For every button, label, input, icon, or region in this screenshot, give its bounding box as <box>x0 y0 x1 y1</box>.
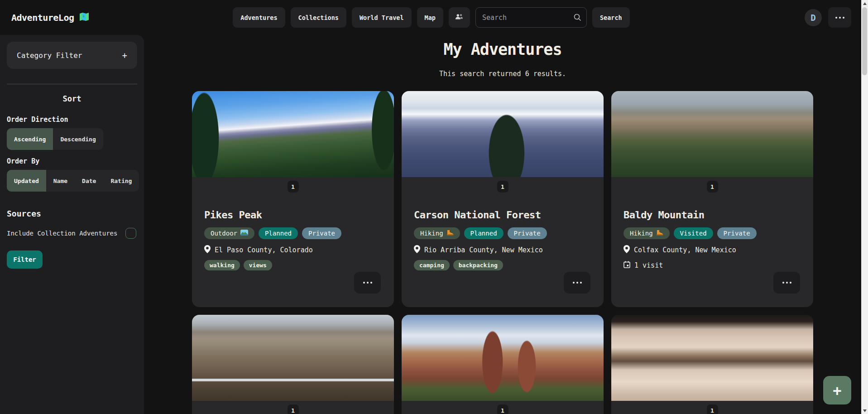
scroll-up-arrow-icon[interactable] <box>861 0 868 7</box>
adventure-image <box>402 91 604 177</box>
tag-badge: backpacking <box>453 260 503 270</box>
nav-link-world-travel[interactable]: World Travel <box>352 7 412 28</box>
include-collection-row: Include Collection Adventures <box>7 228 137 239</box>
adventure-card: 1 <box>192 315 394 414</box>
status-badge: Planned <box>259 227 298 239</box>
navbar-more-button[interactable] <box>828 7 851 28</box>
visibility-badge: Private <box>302 227 341 239</box>
results-count-text: This search returned 6 results. <box>144 70 861 78</box>
category-filter-toggle[interactable]: Category Filter + <box>7 42 137 69</box>
card-more-button[interactable] <box>564 272 590 294</box>
status-badge: Visited <box>674 227 713 239</box>
location-pin-icon <box>204 245 211 255</box>
adventure-image <box>192 315 394 401</box>
adventure-title[interactable]: Baldy Mountain <box>623 209 801 221</box>
hiking-boot-icon <box>446 230 454 237</box>
sidebar-divider <box>7 84 137 84</box>
badge-row: Hiking Visited Private <box>623 227 801 239</box>
adventure-card: 1 Carson National Forest Hiking Planned … <box>402 91 604 307</box>
order-by-rating[interactable]: Rating <box>103 170 139 192</box>
card-body: Carson National Forest Hiking Planned Pr… <box>402 193 604 270</box>
nav-links: AdventuresCollectionsWorld TravelMap Se <box>233 7 629 28</box>
order-direction-label: Order Direction <box>7 116 137 124</box>
adventure-grid: 1 Pikes Peak Outdoor Planne <box>192 91 813 414</box>
badge-row: Hiking Planned Private <box>414 227 591 239</box>
location-text: El Paso County, Colorado <box>215 246 313 254</box>
search-input[interactable] <box>475 7 587 28</box>
location-row: Colfax County, New Mexico <box>623 245 801 255</box>
order-direction-ascending[interactable]: Ascending <box>7 128 53 150</box>
search-box <box>475 7 587 28</box>
tag-badge: camping <box>414 260 450 270</box>
visit-count-badge: 1 <box>288 181 299 193</box>
location-pin-icon <box>623 245 630 255</box>
visits-text: 1 visit <box>634 261 663 270</box>
expand-plus-icon: + <box>122 50 127 60</box>
visit-count-badge: 1 <box>288 404 299 414</box>
map-logo-icon <box>79 11 90 24</box>
nav-link-adventures[interactable]: Adventures <box>233 7 285 28</box>
order-by-name[interactable]: Name <box>46 170 75 192</box>
category-badge: Outdoor <box>204 227 254 239</box>
landscape-icon <box>240 230 248 237</box>
status-badge: Planned <box>464 227 504 239</box>
adventure-card: 1 <box>402 315 604 414</box>
ellipsis-icon <box>835 17 844 19</box>
hiking-boot-icon <box>656 230 663 237</box>
tags-row: walkingviews <box>204 260 382 270</box>
filter-sidebar: Category Filter + Sort Order Direction A… <box>0 35 144 414</box>
adventure-card: 1 <box>611 315 813 414</box>
order-by-label: Order By <box>7 157 137 165</box>
order-by-group: UpdatedNameDateRating <box>7 170 139 192</box>
nav-link-collections[interactable]: Collections <box>291 7 346 28</box>
visibility-badge: Private <box>508 227 547 239</box>
nav-link-map[interactable]: Map <box>417 7 443 28</box>
page-title: My Adventures <box>144 40 861 58</box>
include-collection-checkbox[interactable] <box>125 228 136 239</box>
card-more-button[interactable] <box>773 272 800 294</box>
card-body: Baldy Mountain Hiking Visited Private <box>611 193 813 270</box>
filter-button[interactable]: Filter <box>7 250 43 269</box>
visits-row: 1 visit <box>623 261 801 270</box>
avatar[interactable]: D <box>805 9 822 26</box>
category-badge: Hiking <box>623 227 670 239</box>
tag-badge: walking <box>204 260 240 270</box>
calendar-icon <box>623 261 630 270</box>
scrollbar-thumb[interactable] <box>862 7 867 75</box>
people-icon <box>455 13 463 22</box>
order-direction-descending[interactable]: Descending <box>53 128 103 150</box>
adventure-title[interactable]: Pikes Peak <box>204 209 382 221</box>
location-row: El Paso County, Colorado <box>204 245 382 255</box>
adventure-image <box>192 91 394 177</box>
brand-name: AdventureLog <box>11 12 74 23</box>
adventure-image <box>402 315 604 401</box>
location-text: Colfax County, New Mexico <box>634 246 736 254</box>
order-direction-group: AscendingDescending <box>7 128 103 150</box>
add-adventure-button[interactable]: + <box>823 376 851 404</box>
order-by-date[interactable]: Date <box>75 170 103 192</box>
search-icon <box>573 13 582 24</box>
brand[interactable]: AdventureLog <box>11 11 233 24</box>
visit-count-badge: 1 <box>707 181 718 193</box>
adventure-title[interactable]: Carson National Forest <box>414 209 591 221</box>
card-more-button[interactable] <box>354 272 381 294</box>
location-text: Rio Arriba County, New Mexico <box>424 246 543 254</box>
main-content: My Adventures This search returned 6 res… <box>144 35 861 414</box>
sources-label: Sources <box>7 209 137 218</box>
order-by-updated[interactable]: Updated <box>7 170 46 192</box>
scrollbar[interactable] <box>861 0 868 414</box>
search-button[interactable]: Search <box>592 7 630 28</box>
card-body: Pikes Peak Outdoor Planned Pri <box>192 193 394 270</box>
visit-count-badge: 1 <box>497 181 508 193</box>
navbar-right: D <box>630 7 861 28</box>
adventure-card: 1 Pikes Peak Outdoor Planne <box>192 91 394 307</box>
include-collection-label: Include Collection Adventures <box>7 230 117 237</box>
sort-title: Sort <box>7 94 137 103</box>
visit-count-badge: 1 <box>707 404 718 414</box>
scroll-down-arrow-icon[interactable] <box>863 409 867 412</box>
tags-row: campingbackpacking <box>414 260 591 270</box>
tag-badge: views <box>244 260 272 270</box>
navbar: AdventureLog AdventuresCollectionsWorld … <box>0 0 861 35</box>
visibility-badge: Private <box>717 227 757 239</box>
users-button[interactable] <box>449 7 470 28</box>
